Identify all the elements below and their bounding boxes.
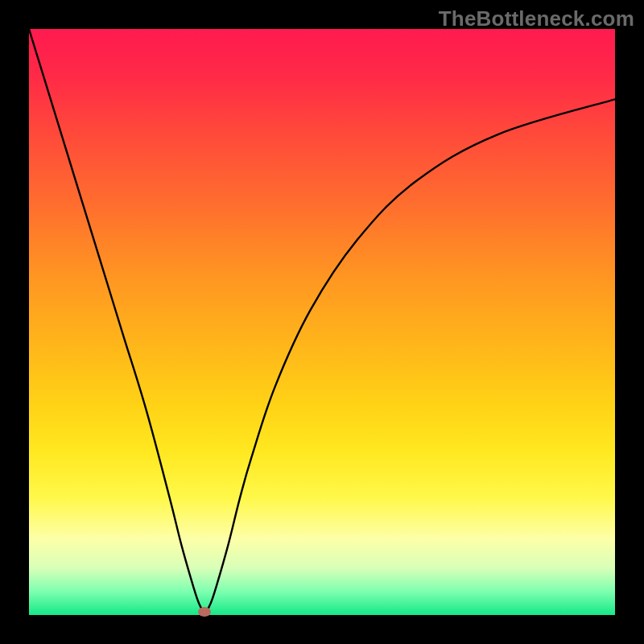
plot-area xyxy=(29,29,615,615)
bottleneck-curve xyxy=(29,29,615,615)
minimum-marker xyxy=(198,607,211,617)
watermark-text: TheBottleneck.com xyxy=(439,6,634,31)
chart-frame: TheBottleneck.com xyxy=(0,0,644,644)
